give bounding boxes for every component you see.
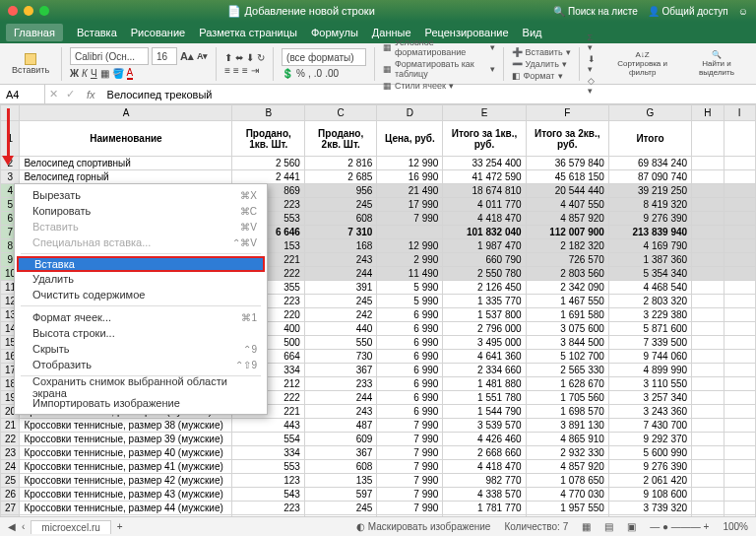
cell[interactable]: 244: [304, 391, 376, 405]
find-select-button[interactable]: 🔍 Найти и выделить: [685, 48, 748, 79]
cell[interactable]: 1 781 770: [443, 502, 526, 515]
view-break-icon[interactable]: ▣: [627, 521, 636, 532]
underline-button[interactable]: Ч: [91, 68, 97, 79]
cell[interactable]: 5 354 340: [608, 267, 691, 281]
zoom-value[interactable]: 100%: [723, 521, 748, 532]
col-head-D[interactable]: D: [377, 105, 443, 121]
cell[interactable]: 2 803 320: [608, 295, 691, 308]
comma-icon[interactable]: ,: [308, 68, 311, 79]
col-head-G[interactable]: G: [608, 105, 691, 121]
cell[interactable]: 5 600 990: [608, 446, 691, 460]
sort-filter-button[interactable]: A↓Z Сортировка и фильтр: [605, 48, 679, 79]
cell[interactable]: Велосипед спортивный: [20, 157, 232, 170]
add-sheet-button[interactable]: +: [117, 521, 123, 532]
cell[interactable]: 7 990: [377, 419, 443, 433]
menu-item[interactable]: Формат ячеек...⌘1: [15, 309, 267, 325]
tab-layout[interactable]: Разметка страницы: [199, 27, 297, 38]
menu-item[interactable]: Удалить: [15, 271, 267, 287]
col-head-C[interactable]: C: [304, 105, 376, 121]
cell[interactable]: 2 990: [377, 253, 443, 267]
cell[interactable]: 6 990: [377, 364, 443, 377]
cell[interactable]: 87 090 740: [608, 170, 691, 184]
cell[interactable]: 3 844 500: [526, 336, 608, 350]
cell[interactable]: 367: [304, 364, 376, 377]
cell[interactable]: 7 990: [377, 488, 443, 502]
cell[interactable]: 550: [304, 336, 376, 350]
cell[interactable]: 244: [304, 267, 376, 281]
menu-item[interactable]: Скрыть⌃9: [15, 341, 267, 357]
cell[interactable]: 730: [304, 350, 376, 364]
col-head-I[interactable]: I: [724, 105, 755, 121]
currency-icon[interactable]: 💲: [282, 68, 293, 79]
cell[interactable]: 660 790: [443, 253, 526, 267]
minimize-icon[interactable]: [24, 6, 33, 16]
cell[interactable]: 223: [232, 502, 304, 515]
cell[interactable]: 7 310: [304, 226, 376, 239]
cell[interactable]: 12 990: [377, 157, 443, 170]
cancel-icon[interactable]: ✕: [45, 88, 62, 100]
cell[interactable]: 2 441: [232, 170, 304, 184]
close-icon[interactable]: [8, 6, 18, 16]
cell[interactable]: 3 229 380: [608, 308, 691, 322]
cell[interactable]: 1 537 800: [443, 308, 526, 322]
italic-button[interactable]: К: [82, 68, 88, 79]
cell[interactable]: 391: [304, 281, 376, 295]
col-head-F[interactable]: F: [526, 105, 608, 121]
sheet-nav-first[interactable]: ◀: [8, 521, 16, 532]
cell[interactable]: 4 407 550: [526, 198, 608, 212]
align-right-icon[interactable]: ≡: [242, 65, 248, 76]
cell[interactable]: 45 618 150: [526, 170, 608, 184]
align-bottom-icon[interactable]: ⬇: [246, 52, 254, 63]
shrink-font-icon[interactable]: A▾: [197, 51, 209, 61]
menu-item[interactable]: Сохранить снимок выбранной области экран…: [15, 379, 267, 395]
cell[interactable]: 3 891 130: [526, 419, 608, 433]
cell[interactable]: 982 770: [443, 474, 526, 488]
orientation-icon[interactable]: ↻: [257, 52, 265, 63]
cell[interactable]: 4 857 920: [526, 212, 608, 226]
cell[interactable]: 233: [304, 377, 376, 391]
cell[interactable]: 245: [304, 198, 376, 212]
cell[interactable]: 36 579 840: [526, 157, 608, 170]
cell[interactable]: 21 490: [377, 184, 443, 198]
cell[interactable]: 1 544 790: [443, 405, 526, 419]
cell[interactable]: 6 990: [377, 350, 443, 364]
col-head-E[interactable]: E: [443, 105, 526, 121]
tab-formulas[interactable]: Формулы: [311, 27, 358, 38]
cell[interactable]: 487: [304, 419, 376, 433]
row-head-24[interactable]: 24: [1, 460, 20, 474]
cell[interactable]: Велосипед горный: [20, 170, 232, 184]
cell[interactable]: 39 219 250: [608, 184, 691, 198]
cell[interactable]: 543: [232, 488, 304, 502]
align-middle-icon[interactable]: ⬌: [235, 52, 243, 63]
cell[interactable]: 16 990: [377, 170, 443, 184]
cell[interactable]: 8 419 320: [608, 198, 691, 212]
cell[interactable]: Кроссовки теннисные, размер 42 (мужские): [20, 474, 232, 488]
delete-cells-button[interactable]: ➖ Удалить ▾: [512, 59, 571, 69]
row-head-27[interactable]: 27: [1, 502, 20, 515]
sheet-nav-prev[interactable]: ‹: [22, 521, 25, 532]
cell[interactable]: 7 990: [377, 433, 443, 446]
tab-draw[interactable]: Рисование: [131, 27, 185, 38]
cell[interactable]: 726 570: [526, 253, 608, 267]
cell[interactable]: Кроссовки теннисные, размер 43 (мужские): [20, 488, 232, 502]
format-cells-button[interactable]: ◧ Формат ▾: [512, 71, 571, 81]
cell[interactable]: 7 990: [377, 474, 443, 488]
cell[interactable]: 2 685: [304, 170, 376, 184]
cell[interactable]: 1 467 550: [526, 295, 608, 308]
cell[interactable]: 11 490: [377, 267, 443, 281]
cell[interactable]: 7 990: [377, 460, 443, 474]
indent-icon[interactable]: ⇥: [251, 65, 259, 76]
cell[interactable]: 4 418 470: [443, 212, 526, 226]
cell[interactable]: 17 990: [377, 198, 443, 212]
cell[interactable]: 242: [304, 308, 376, 322]
menu-item[interactable]: Высота строки...: [15, 325, 267, 341]
row-head-21[interactable]: 21: [1, 419, 20, 433]
cell[interactable]: 7 990: [377, 212, 443, 226]
cell[interactable]: 1 078 650: [526, 474, 608, 488]
font-size-select[interactable]: 16: [152, 47, 177, 65]
cell[interactable]: 4 899 990: [608, 364, 691, 377]
cell[interactable]: 3 075 600: [526, 322, 608, 336]
cell[interactable]: 956: [304, 184, 376, 198]
cell[interactable]: 3 243 360: [608, 405, 691, 419]
fill-button[interactable]: ⬇ ▾: [588, 54, 600, 74]
